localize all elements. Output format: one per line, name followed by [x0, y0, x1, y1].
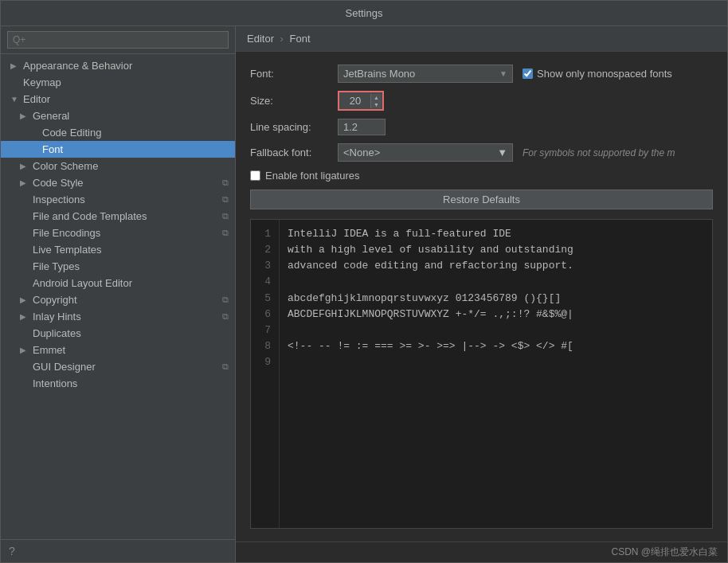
sidebar-item-emmet[interactable]: ▶ Emmet: [1, 342, 235, 358]
sidebar-item-label: File Types: [33, 260, 80, 272]
window-title: Settings: [346, 7, 383, 19]
sidebar-item-file-encodings[interactable]: File Encodings ⧉: [1, 225, 235, 241]
line-num: 6: [256, 307, 271, 323]
fallback-dropdown[interactable]: <None> ▼: [338, 143, 513, 162]
help-icon[interactable]: ?: [9, 545, 15, 557]
line-spacing-row: Line spacing:: [250, 119, 713, 135]
copy-icon: ⧉: [222, 194, 229, 205]
size-field: ▲ ▼: [338, 91, 384, 111]
dropdown-arrow-icon: ▼: [499, 69, 507, 78]
sidebar-item-editor[interactable]: ▼ Editor: [1, 91, 235, 108]
sidebar-item-keymap[interactable]: Keymap: [1, 74, 235, 91]
preview-area: 1 2 3 4 5 6 7 8 9 IntelliJ IDEA is a ful…: [250, 219, 713, 529]
sidebar-item-general[interactable]: ▶ General: [1, 108, 235, 124]
sidebar-item-label: Keymap: [23, 76, 61, 88]
size-row: Size: ▲ ▼: [250, 91, 713, 111]
sidebar-item-label: Intentions: [33, 377, 77, 389]
sidebar-item-duplicates[interactable]: Duplicates: [1, 325, 235, 342]
sidebar-item-label: Code Editing: [42, 127, 101, 139]
copy-icon: ⧉: [222, 228, 229, 238]
arrow-icon: ▶: [20, 312, 29, 321]
arrow-icon: ▼: [10, 95, 20, 104]
sidebar-item-label: General: [33, 110, 69, 122]
font-row: Font: JetBrains Mono ▼ Show only monospa…: [250, 65, 713, 83]
breadcrumb-current: Font: [290, 33, 311, 45]
line-num: 4: [256, 274, 271, 290]
content-area: ▶ Appearance & Behavior Keymap ▼ Editor …: [1, 26, 727, 562]
sidebar-item-label: Copyright: [33, 294, 77, 306]
sidebar-item-label: Inlay Hints: [33, 311, 81, 323]
sidebar-item-code-style[interactable]: ▶ Code Style ⧉: [1, 174, 235, 191]
sidebar-item-copyright[interactable]: ▶ Copyright ⧉: [1, 291, 235, 308]
line-num: 9: [256, 354, 271, 370]
sidebar-tree: ▶ Appearance & Behavior Keymap ▼ Editor …: [1, 54, 235, 539]
title-bar: Settings: [1, 1, 727, 26]
font-dropdown[interactable]: JetBrains Mono ▼: [338, 65, 513, 83]
restore-defaults-button[interactable]: Restore Defaults: [250, 190, 713, 209]
arrow-icon: ▶: [20, 295, 29, 304]
sidebar-item-label: Android Layout Editor: [33, 277, 132, 289]
sidebar-item-live-templates[interactable]: Live Templates: [1, 241, 235, 258]
sidebar-item-intentions[interactable]: Intentions: [1, 375, 235, 392]
sidebar-item-inlay-hints[interactable]: ▶ Inlay Hints ⧉: [1, 308, 235, 325]
line-num: 8: [256, 338, 271, 354]
sidebar: ▶ Appearance & Behavior Keymap ▼ Editor …: [1, 26, 236, 562]
fallback-value: <None>: [343, 147, 380, 158]
ligatures-label: Enable font ligatures: [265, 170, 360, 182]
sidebar-item-label: Color Scheme: [33, 160, 98, 172]
line-num: 5: [256, 291, 271, 307]
fallback-row: Fallback font: <None> ▼ For symbols not …: [250, 143, 713, 162]
size-spinner: ▲ ▼: [370, 94, 382, 108]
arrow-icon: ▶: [20, 346, 29, 354]
line-num: 2: [256, 242, 271, 258]
watermark-text: CSDN @绳排也爱水白菜: [611, 546, 718, 557]
copy-icon: ⧉: [222, 362, 229, 372]
line-spacing-input[interactable]: [338, 119, 386, 135]
size-up-button[interactable]: ▲: [371, 94, 382, 101]
sidebar-item-label: Code Style: [33, 177, 84, 189]
sidebar-item-label: Emmet: [33, 344, 65, 356]
sidebar-item-code-editing[interactable]: Code Editing: [1, 124, 235, 141]
show-mono-checkbox[interactable]: [523, 68, 533, 79]
show-mono-text: Show only monospaced fonts: [537, 68, 672, 80]
arrow-icon: ▶: [10, 61, 20, 70]
search-input[interactable]: [7, 31, 229, 49]
panel-content: Font: JetBrains Mono ▼ Show only monospa…: [236, 52, 727, 541]
arrow-icon: ▶: [20, 162, 29, 170]
breadcrumb-parent: Editor: [247, 33, 274, 45]
arrow-icon: ▶: [20, 111, 29, 120]
fallback-note: For symbols not supported by the m: [523, 147, 675, 158]
settings-window: Settings ▶ Appearance & Behavior Keymap: [0, 0, 728, 563]
arrow-icon: ▶: [20, 178, 29, 187]
ligatures-row: Enable font ligatures: [250, 170, 713, 182]
sidebar-item-label: Duplicates: [33, 327, 81, 339]
bottom-bar: ?: [1, 539, 235, 562]
sidebar-item-color-scheme[interactable]: ▶ Color Scheme: [1, 158, 235, 174]
copy-icon: ⧉: [222, 311, 229, 322]
size-down-button[interactable]: ▼: [371, 101, 382, 108]
sidebar-item-font[interactable]: Font: [1, 141, 235, 158]
sidebar-item-label: File Encodings: [33, 227, 100, 239]
size-label: Size:: [250, 95, 338, 107]
sidebar-item-label: File and Code Templates: [33, 210, 147, 222]
line-num: 1: [256, 226, 271, 242]
sidebar-item-label: Inspections: [33, 194, 85, 205]
sidebar-item-android-layout[interactable]: Android Layout Editor: [1, 275, 235, 291]
search-bar: [1, 26, 235, 54]
breadcrumb-separator: ›: [280, 33, 284, 45]
line-num: 3: [256, 258, 271, 274]
ligatures-checkbox[interactable]: [250, 170, 260, 181]
line-spacing-label: Line spacing:: [250, 121, 338, 133]
sidebar-item-inspections[interactable]: Inspections ⧉: [1, 191, 235, 208]
fallback-label: Fallback font:: [250, 147, 338, 158]
sidebar-item-gui-designer[interactable]: GUI Designer ⧉: [1, 358, 235, 375]
sidebar-item-file-types[interactable]: File Types: [1, 258, 235, 275]
copy-icon: ⧉: [222, 211, 229, 221]
size-input[interactable]: [340, 93, 370, 108]
sidebar-item-label: Live Templates: [33, 244, 101, 256]
sidebar-item-file-code-templates[interactable]: File and Code Templates ⧉: [1, 208, 235, 225]
show-mono-label[interactable]: Show only monospaced fonts: [523, 68, 672, 80]
sidebar-item-label: Editor: [23, 93, 50, 105]
sidebar-item-appearance[interactable]: ▶ Appearance & Behavior: [1, 57, 235, 74]
font-label: Font:: [250, 68, 338, 80]
